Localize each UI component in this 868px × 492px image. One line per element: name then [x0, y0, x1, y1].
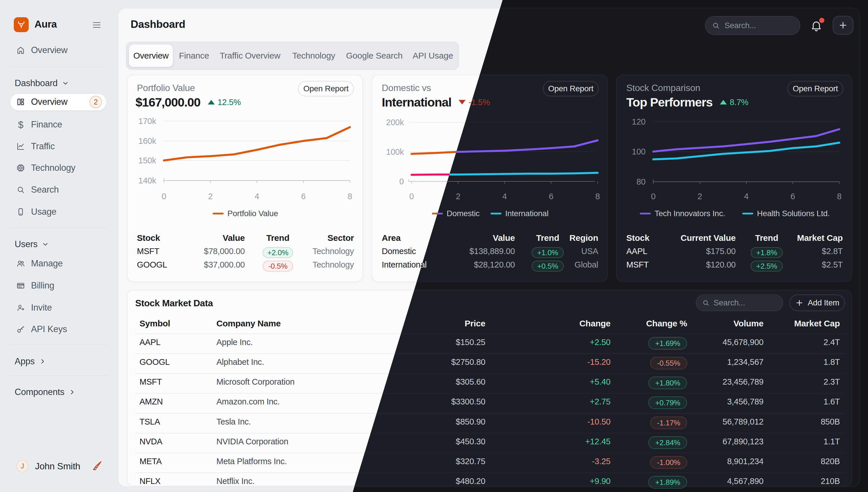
svg-text:100: 100 [632, 147, 646, 156]
svg-text:140k: 140k [138, 176, 156, 185]
svg-text:200k: 200k [386, 118, 404, 127]
svg-text:0: 0 [409, 192, 414, 201]
svg-text:4: 4 [502, 192, 507, 201]
svg-text:6: 6 [791, 192, 795, 201]
svg-text:0: 0 [162, 192, 166, 201]
svg-text:80: 80 [636, 177, 646, 186]
svg-text:6: 6 [301, 192, 306, 201]
svg-text:8: 8 [348, 192, 352, 201]
svg-text:4: 4 [744, 192, 749, 201]
svg-text:100k: 100k [386, 147, 404, 156]
svg-text:8: 8 [595, 192, 600, 201]
svg-text:0: 0 [651, 192, 655, 201]
svg-text:2: 2 [697, 192, 702, 201]
svg-text:150k: 150k [138, 156, 156, 165]
svg-text:160k: 160k [138, 137, 156, 146]
svg-text:120: 120 [632, 117, 646, 126]
svg-text:170k: 170k [138, 117, 156, 126]
svg-text:6: 6 [549, 192, 553, 201]
svg-text:2: 2 [456, 192, 461, 201]
svg-text:2: 2 [208, 192, 213, 201]
svg-text:8: 8 [837, 192, 842, 201]
svg-text:0: 0 [399, 177, 404, 186]
svg-text:4: 4 [255, 192, 259, 201]
